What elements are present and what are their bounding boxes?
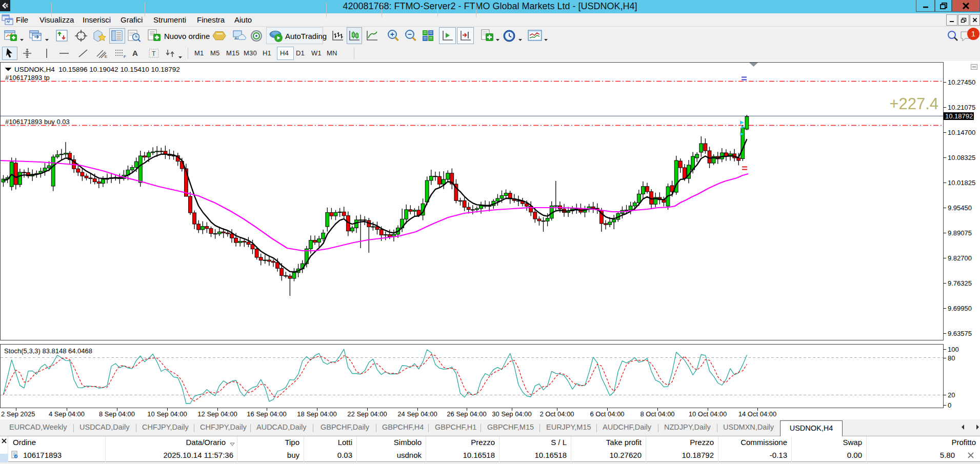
svg-text:22 Sep 04:00: 22 Sep 04:00 [347,410,387,418]
svg-text:16 Sep 04:00: 16 Sep 04:00 [247,410,286,418]
svg-text:9.82700: 9.82700 [948,254,972,262]
svg-text:10 Sep 04:00: 10 Sep 04:00 [147,410,187,418]
svg-text:12 Sep 04:00: 12 Sep 04:00 [197,410,237,418]
svg-text:0: 0 [948,401,951,409]
svg-text:8 Oct 04:00: 8 Oct 04:00 [640,410,674,418]
svg-text:9.89075: 9.89075 [948,229,972,237]
svg-text:4 Sep 04:00: 4 Sep 04:00 [49,410,85,418]
svg-text:Stoch(5,3,3) 83.8148 64.0468: Stoch(5,3,3) 83.8148 64.0468 [4,347,92,355]
svg-text:14 Oct 04:00: 14 Oct 04:00 [738,410,776,418]
svg-text:24 Sep 04:00: 24 Sep 04:00 [397,410,437,418]
svg-text:T: T [152,50,156,57]
svg-text:E: E [105,54,107,58]
svg-text:+227.4: +227.4 [889,95,938,113]
svg-text:100: 100 [948,346,959,353]
svg-text:10.27450: 10.27450 [948,78,975,86]
svg-text:#106171893 tp: #106171893 tp [5,74,50,82]
svg-text:80: 80 [948,354,955,362]
svg-text:10.01825: 10.01825 [948,179,975,187]
svg-text:18 Sep 04:00: 18 Sep 04:00 [297,410,336,418]
svg-text:9.69950: 9.69950 [948,305,972,312]
svg-text:2 Oct 04:00: 2 Oct 04:00 [539,410,574,418]
svg-text:9.63575: 9.63575 [948,330,972,337]
svg-text:10.18792: 10.18792 [945,112,973,120]
svg-text:20: 20 [948,391,955,399]
svg-text:10.21075: 10.21075 [948,104,975,111]
svg-text:F: F [124,54,126,58]
svg-text:2 Sep 2025: 2 Sep 2025 [1,410,35,418]
svg-text:#106171893 buy 0.03: #106171893 buy 0.03 [5,118,70,126]
svg-text:10 Oct 04:00: 10 Oct 04:00 [689,410,727,418]
svg-text:9.95450: 9.95450 [948,204,972,212]
svg-text:1: 1 [971,29,975,38]
svg-text:26 Sep 04:00: 26 Sep 04:00 [447,410,486,418]
svg-text:10.14700: 10.14700 [948,129,975,136]
svg-text:6 Oct 04:00: 6 Oct 04:00 [590,410,624,418]
svg-text:8 Sep 04:00: 8 Sep 04:00 [99,410,135,418]
svg-text:30 Sep 04:00: 30 Sep 04:00 [492,410,531,418]
svg-text:10.08325: 10.08325 [948,154,975,162]
svg-text:9.76325: 9.76325 [948,279,972,287]
svg-text:USDNOK,H4 10.15896 10.19042 1: USDNOK,H4 10.15896 10.19042 10.15410 10.… [14,66,180,73]
